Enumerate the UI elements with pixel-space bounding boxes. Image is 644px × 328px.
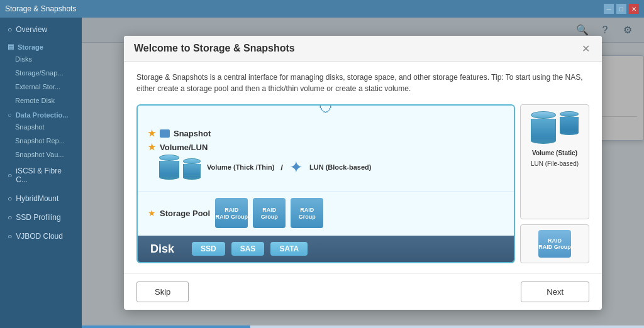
right-panel-bottom: RAID RAID Group [520,224,589,263]
snapshot-label: Snapshot [174,129,211,138]
cylinder-volume1 [159,155,179,180]
hybridmount-icon: ○ [8,194,12,203]
sidebar-item-overview[interactable]: ○ Overview [0,20,82,39]
disk-chips: SSD SAS SATA [192,242,308,256]
cyl-sm-bottom [560,131,579,135]
storage-pool-label: Storage Pool [160,209,210,218]
modal-title: Welcome to Storage & Snapshots [134,43,295,54]
app-body: ○ Overview ▤ Storage Disks Storage/Snap.… [0,18,644,328]
snapshot-title: ★ Snapshot [148,128,504,138]
volume-lun-title: ★ Volume/LUN [148,142,504,152]
close-button[interactable]: ✕ [629,4,639,14]
sidebar-item-ssd-profiling[interactable]: ○ SSD Profiling [0,208,82,227]
star-icon-snapshot: ★ [148,128,156,138]
progress-bar-container [82,325,644,328]
raid-group-label-1: RAID Group [215,214,248,220]
cyl-lg-top [531,111,556,119]
sidebar-item-external-storage[interactable]: External Stor... [0,80,82,94]
next-button[interactable]: Next [521,282,589,302]
shield-icon: 🛡 [319,104,333,117]
raid-group-label-3: Group [299,214,316,220]
snapshot-section: ★ Snapshot ★ Volume/LUN [138,121,514,192]
volume-label: Volume (Thick /Thin) [207,163,274,171]
raid-box-1: RAID RAID Group [215,198,248,228]
star-icon-volume: ★ [148,142,156,152]
sidebar-iscsi-label: iSCSI & Fibre C... [16,167,74,184]
cyl-bottom-1 [159,175,179,180]
sidebar-item-disks[interactable]: Disks [0,52,82,66]
lun-icon: ✦ [289,158,303,177]
modal-close-button[interactable]: ✕ [579,42,592,55]
storage-icon: ▤ [8,43,14,51]
sidebar-item-remote-disk[interactable]: Remote Disk [0,94,82,107]
vjbod-icon: ○ [8,232,12,241]
separator-slash: / [280,163,283,172]
raid-label-1: RAID [225,207,238,213]
raid-label-2: RAID [262,207,276,213]
sidebar-ssd-label: SSD Profiling [16,213,60,222]
storage-pool-section: ★ Storage Pool RAID RAID Group RAID [138,192,514,236]
minimize-button[interactable]: ─ [604,4,614,14]
volume-thick-thin-label: Volume (Thick /Thin) [207,163,274,171]
sidebar-item-iscsi[interactable]: ○ iSCSI & Fibre C... [0,161,82,189]
cyl-lg-bottom [531,138,556,144]
app-background: Storage & Snapshots ─ □ ✕ ○ Overview ▤ S… [0,0,644,328]
right-raid-group-label: RAID Group [538,244,571,250]
raid-group-label-2: Group [261,214,278,220]
volume-thick-thin-icons [159,155,201,180]
iscsi-icon: ○ [8,171,12,180]
shield-container: 🛡 [138,104,514,117]
app-titlebar: Storage & Snapshots ─ □ ✕ [0,0,644,18]
cyl-sm-body [560,117,579,131]
window-controls: ─ □ ✕ [604,4,639,14]
sidebar-item-hybridmount[interactable]: ○ HybridMount [0,189,82,208]
volume-lun-icons-row: Volume (Thick /Thin) / ✦ LUN (Block-base… [148,152,504,185]
overview-icon: ○ [8,25,12,34]
storage-pool-label-area: ★ Storage Pool [148,208,210,218]
skip-button[interactable]: Skip [136,282,189,302]
sidebar-data-protection-label: Data Protectio... [16,111,69,119]
sidebar-hybridmount-label: HybridMount [16,194,58,203]
right-raid-box: RAID RAID Group [538,230,571,258]
disk-label: Disk [150,243,182,256]
modal-body: Storage & Snapshots is a central interfa… [124,62,602,273]
sidebar-item-snapshot[interactable]: Snapshot [0,120,82,134]
right-panel-top: Volume (Static) LUN (File-based) [520,104,589,219]
cyl-lg-body [531,119,556,138]
modal-description: Storage & Snapshots is a central interfa… [136,72,589,94]
modal-dialog: Welcome to Storage & Snapshots ✕ Storage… [124,36,602,310]
ssd-profiling-icon: ○ [8,213,12,222]
cylinder-large [531,111,556,144]
volume-lun-label: Volume/LUN [160,143,208,152]
modal-footer: Skip Next [124,273,602,310]
cyl-body-2 [183,164,201,175]
lun-label: LUN (Block-based) [309,163,371,171]
main-content: 🔍 ? ⚙ ge Pool ol is used to ical disks a… [82,18,644,328]
sidebar: ○ Overview ▤ Storage Disks Storage/Snap.… [0,18,82,328]
sidebar-item-vjbod[interactable]: ○ VJBOD Cloud [0,227,82,246]
sidebar-storage-label: Storage [18,43,43,51]
sidebar-item-storage-snap[interactable]: Storage/Snap... [0,66,82,80]
app-title: Storage & Snapshots [5,4,76,13]
cyl-bottom-2 [183,175,201,180]
modal-overlay: Welcome to Storage & Snapshots ✕ Storage… [82,18,644,328]
sata-chip: SATA [270,242,308,256]
camera-icon-snapshot [160,129,170,138]
lun-block-label: LUN (Block-based) [309,163,371,171]
diagram-area: 🛡 ★ Snapshot [136,104,589,263]
sidebar-item-snapshot-rep[interactable]: Snapshot Rep... [0,134,82,148]
modal-titlebar: Welcome to Storage & Snapshots ✕ [124,36,602,62]
cyl-sm-top [560,111,579,117]
sidebar-section-data-protection[interactable]: ○ Data Protectio... [0,107,82,120]
right-volume-static-label: Volume (Static) [532,149,577,157]
cyl-body-1 [159,161,179,175]
right-cylinders [531,111,579,144]
sidebar-section-storage[interactable]: ▤ Storage [0,39,82,52]
cyl-top-1 [159,155,179,161]
cyl-top-2 [183,158,201,164]
sas-chip: SAS [231,242,265,256]
maximize-button[interactable]: □ [616,4,626,14]
sidebar-item-snapshot-vault[interactable]: Snapshot Vau... [0,148,82,161]
ssd-chip: SSD [192,242,225,256]
disk-row: Disk SSD SAS SATA [138,236,514,262]
